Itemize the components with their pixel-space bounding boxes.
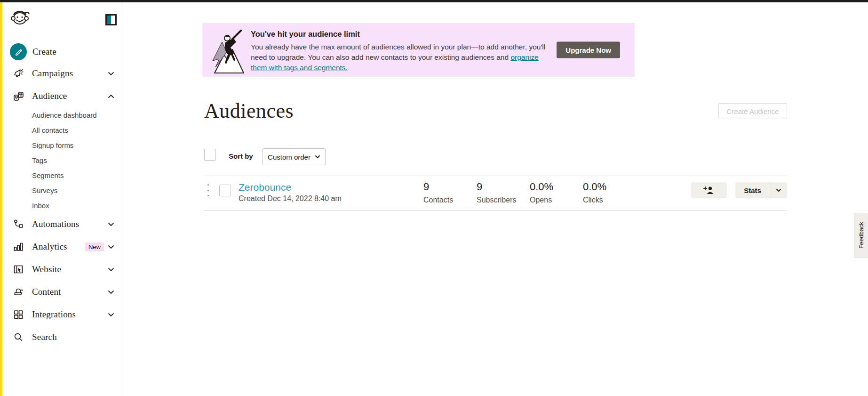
stats-dropdown-toggle[interactable] (770, 182, 787, 198)
banner-text: You've hit your audience limit You alrea… (251, 30, 552, 73)
audience-limit-banner: You've hit your audience limit You alrea… (202, 23, 635, 77)
stat-contacts: 9 Contacts (423, 181, 475, 204)
add-contacts-button[interactable] (691, 182, 727, 198)
stats-button[interactable]: Stats (735, 182, 770, 198)
create-circle (10, 43, 27, 60)
sidebar-item-inbox[interactable]: Inbox (0, 198, 122, 213)
banner-body-text: You already have the max amount of audie… (251, 43, 545, 61)
stat-label: Contacts (423, 196, 475, 204)
collapse-sidebar-button[interactable] (105, 14, 117, 25)
freddie-icon (9, 7, 30, 27)
sort-order-value: Custom order (268, 153, 311, 161)
add-person-icon (703, 186, 715, 195)
sidebar-item-audience[interactable]: Audience (0, 85, 122, 107)
collapse-sidebar-icon (105, 14, 117, 25)
stat-label: Opens (530, 196, 581, 204)
sidebar-item-label: Campaigns (32, 68, 73, 79)
sidebar-item-label: Create (32, 47, 56, 57)
search-icon (12, 331, 24, 343)
sidebar-item-label: Automations (32, 219, 79, 229)
stat-subscribers: 9 Subscribers (477, 181, 528, 204)
sidebar-item-integrations[interactable]: Integrations (0, 303, 122, 326)
stat-value: 9 (423, 181, 475, 193)
browser-icon (12, 263, 24, 275)
mailchimp-audiences-page: Create Campaigns (0, 0, 868, 396)
sidebar-item-all-contacts[interactable]: All contacts (0, 122, 122, 137)
banner-title: You've hit your audience limit (251, 30, 552, 39)
stat-value: 0.0% (530, 181, 581, 193)
stamp-icon (12, 286, 24, 298)
chevron-down-icon (108, 290, 114, 294)
feedback-tab-label: Feedback (858, 222, 865, 249)
primary-nav: Create Campaigns (0, 41, 122, 348)
mailchimp-logo[interactable] (9, 7, 30, 27)
chevron-down-icon (108, 313, 114, 317)
banner-body: You already have the max amount of audie… (251, 42, 552, 73)
stat-label: Clicks (583, 196, 635, 204)
sidebar-item-label: Content (32, 287, 61, 297)
stat-value: 0.0% (583, 181, 635, 193)
sidebar-item-label: Search (32, 332, 57, 342)
sidebar-item-label: Integrations (32, 309, 76, 320)
stat-clicks: 0.0% Clicks (583, 181, 635, 204)
chevron-down-icon (108, 72, 114, 76)
sidebar-item-segments[interactable]: Segments (0, 168, 122, 183)
sort-order-dropdown[interactable]: Custom order (263, 148, 326, 165)
sidebar-item-campaigns[interactable]: Campaigns (0, 62, 122, 85)
sidebar-item-analytics[interactable]: Analytics New (0, 235, 122, 258)
pencil-icon (14, 48, 23, 56)
drag-handle[interactable] (206, 184, 210, 196)
top-border (0, 0, 868, 2)
chevron-down-icon (108, 267, 114, 272)
audience-name-link[interactable]: Zerobounce (239, 182, 291, 193)
sidebar: Create Campaigns (0, 0, 122, 396)
select-all-checkbox[interactable] (204, 149, 216, 161)
feedback-tab[interactable]: Feedback (854, 213, 868, 258)
sidebar-item-label: Audience (32, 91, 67, 101)
chevron-down-icon (108, 222, 114, 226)
row-divider-top (204, 176, 787, 176)
row-divider-bottom (204, 210, 787, 211)
chevron-down-icon (315, 155, 320, 159)
sidebar-item-tags[interactable]: Tags (0, 153, 122, 168)
create-audience-button[interactable]: Create Audience (718, 103, 787, 119)
chevron-down-icon (776, 188, 781, 192)
row-checkbox[interactable] (219, 185, 231, 196)
flow-icon (12, 218, 24, 230)
people-icon (12, 90, 24, 102)
sidebar-item-signup-forms[interactable]: Signup forms (0, 137, 122, 153)
sidebar-item-website[interactable]: Website (0, 258, 122, 281)
sidebar-item-automations[interactable]: Automations (0, 213, 122, 235)
stat-opens: 0.0% Opens (530, 181, 581, 204)
stat-label: Subscribers (477, 196, 528, 204)
page-title: Audiences (204, 99, 294, 123)
stats-split-button: Stats (735, 182, 787, 198)
bar-chart-icon (12, 241, 24, 253)
grid-icon (12, 308, 24, 321)
audience-subnav: Audience dashboard All contacts Signup f… (0, 107, 122, 213)
sidebar-item-surveys[interactable]: Surveys (0, 183, 122, 198)
sidebar-item-label: Analytics (32, 242, 67, 252)
megaphone-icon (12, 67, 24, 80)
chevron-up-icon (108, 94, 114, 98)
mountain-climber-illustration (208, 26, 250, 75)
sidebar-item-content[interactable]: Content (0, 281, 122, 303)
new-badge: New (85, 242, 104, 251)
chevron-down-icon (108, 245, 114, 249)
audience-created-date: Created Dec 14, 2022 8:40 am (239, 194, 342, 203)
sort-by-label: Sort by (229, 152, 253, 160)
stat-value: 9 (477, 181, 528, 193)
upgrade-now-button[interactable]: Upgrade Now (557, 42, 620, 58)
sidebar-item-create[interactable]: Create (0, 41, 122, 62)
sidebar-item-search[interactable]: Search (0, 326, 122, 348)
sidebar-item-label: Website (32, 264, 61, 275)
sidebar-item-audience-dashboard[interactable]: Audience dashboard (0, 107, 122, 122)
